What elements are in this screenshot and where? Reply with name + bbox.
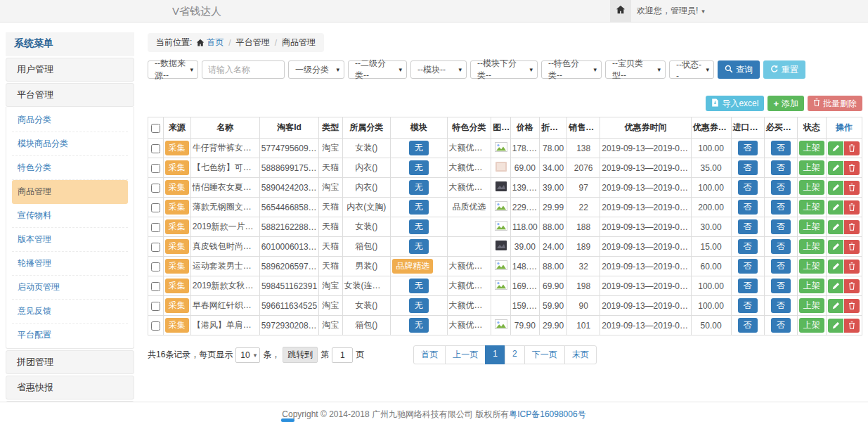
- home-button[interactable]: [610, 0, 631, 22]
- sidebar-group-2[interactable]: 拼团管理: [6, 350, 134, 374]
- must-buy-toggle[interactable]: 否: [771, 239, 791, 254]
- sidebar-item-6[interactable]: 轮播管理: [12, 252, 128, 276]
- status-button[interactable]: 上架: [799, 219, 824, 234]
- status-button[interactable]: 上架: [799, 298, 824, 313]
- row-checkbox[interactable]: [151, 262, 160, 271]
- import-optional-toggle[interactable]: 否: [738, 160, 758, 175]
- module-badge[interactable]: 无: [409, 200, 429, 215]
- edit-button[interactable]: [828, 220, 843, 234]
- sidebar-item-9[interactable]: 平台配置: [12, 324, 128, 347]
- filter-item-type-select[interactable]: --宝贝类型--▾: [605, 60, 666, 79]
- page-button-1[interactable]: 上一页: [445, 345, 486, 364]
- row-checkbox[interactable]: [151, 243, 160, 252]
- filter-module-sub-category-select[interactable]: --模块下分类--▾: [470, 60, 538, 79]
- row-checkbox[interactable]: [151, 144, 160, 153]
- delete-button[interactable]: [844, 279, 860, 293]
- module-badge[interactable]: 无: [409, 219, 429, 234]
- edit-button[interactable]: [828, 200, 843, 215]
- sidebar-item-3[interactable]: 商品管理: [12, 180, 128, 204]
- row-checkbox[interactable]: [151, 282, 160, 291]
- sidebar-group-0[interactable]: 用户管理: [6, 58, 134, 82]
- delete-button[interactable]: [844, 220, 860, 234]
- edit-button[interactable]: [828, 279, 843, 293]
- status-button[interactable]: 上架: [799, 200, 824, 215]
- select-all-checkbox[interactable]: [151, 124, 160, 133]
- row-checkbox[interactable]: [151, 223, 160, 232]
- import-optional-toggle[interactable]: 否: [738, 180, 758, 195]
- delete-button[interactable]: [844, 141, 860, 155]
- import-optional-toggle[interactable]: 否: [738, 200, 758, 215]
- edit-button[interactable]: [828, 161, 843, 175]
- page-button-0[interactable]: 首页: [413, 345, 446, 364]
- status-button[interactable]: 上架: [799, 318, 824, 333]
- must-buy-toggle[interactable]: 否: [771, 219, 791, 234]
- status-button[interactable]: 上架: [799, 160, 824, 175]
- edit-button[interactable]: [828, 299, 843, 313]
- sidebar-group-1[interactable]: 平台管理: [6, 83, 134, 107]
- status-button[interactable]: 上架: [799, 259, 824, 274]
- sidebar-group-3[interactable]: 省惠快报: [6, 376, 134, 399]
- sidebar-item-2[interactable]: 特色分类: [12, 156, 128, 180]
- delete-button[interactable]: [844, 260, 860, 274]
- edit-button[interactable]: [828, 319, 843, 333]
- filter-level2-category-select[interactable]: --二级分类--▾: [348, 60, 407, 79]
- reset-button[interactable]: 重置: [763, 60, 805, 79]
- status-button[interactable]: 上架: [799, 141, 824, 155]
- filter-name-input[interactable]: [202, 60, 285, 79]
- add-button[interactable]: + 添加: [767, 96, 804, 111]
- per-page-select[interactable]: 10 ▾: [235, 347, 260, 363]
- row-checkbox[interactable]: [151, 321, 160, 331]
- status-button[interactable]: 上架: [799, 279, 824, 293]
- page-button-5[interactable]: 末页: [564, 345, 597, 364]
- module-badge[interactable]: 无: [409, 180, 429, 195]
- import-optional-toggle[interactable]: 否: [738, 279, 758, 293]
- must-buy-toggle[interactable]: 否: [771, 141, 791, 155]
- must-buy-toggle[interactable]: 否: [771, 160, 791, 175]
- module-badge[interactable]: 无: [409, 298, 429, 313]
- sidebar-item-5[interactable]: 版本管理: [12, 228, 128, 252]
- module-badge[interactable]: 无: [409, 239, 429, 254]
- module-badge[interactable]: 无: [409, 160, 429, 175]
- delete-button[interactable]: [844, 200, 860, 215]
- module-badge[interactable]: 无: [409, 141, 429, 155]
- batch-delete-button[interactable]: 批量删除: [808, 96, 862, 111]
- sidebar-item-4[interactable]: 宣传物料: [12, 204, 128, 228]
- status-button[interactable]: 上架: [799, 239, 824, 254]
- row-checkbox[interactable]: [151, 184, 160, 193]
- delete-button[interactable]: [844, 319, 860, 333]
- import-excel-button[interactable]: 导入excel: [706, 96, 764, 111]
- search-button[interactable]: 查询: [718, 60, 760, 79]
- edit-button[interactable]: [828, 141, 843, 155]
- filter-module-select[interactable]: --模块--▾: [410, 60, 467, 79]
- delete-button[interactable]: [844, 181, 860, 195]
- delete-button[interactable]: [844, 299, 860, 313]
- import-optional-toggle[interactable]: 否: [738, 318, 758, 333]
- module-badge[interactable]: 无: [409, 318, 429, 333]
- page-button-4[interactable]: 下一页: [524, 345, 565, 364]
- import-optional-toggle[interactable]: 否: [738, 298, 758, 313]
- page-button-3[interactable]: 2: [505, 345, 525, 364]
- must-buy-toggle[interactable]: 否: [771, 200, 791, 215]
- sidebar-item-7[interactable]: 启动页管理: [12, 276, 128, 300]
- sidebar-item-1[interactable]: 模块商品分类: [12, 132, 128, 156]
- filter-feature-category-select[interactable]: --特色分类--▾: [541, 60, 602, 79]
- sidebar-item-8[interactable]: 意见反馈: [12, 300, 128, 324]
- must-buy-toggle[interactable]: 否: [771, 279, 791, 293]
- row-checkbox[interactable]: [151, 164, 160, 173]
- user-menu[interactable]: 欢迎您，管理员! ▾: [637, 0, 705, 22]
- must-buy-toggle[interactable]: 否: [771, 259, 791, 274]
- icp-link[interactable]: 粤ICP备16098006号: [509, 409, 585, 419]
- jump-button[interactable]: 跳转到: [283, 347, 318, 363]
- import-optional-toggle[interactable]: 否: [738, 239, 758, 254]
- edit-button[interactable]: [828, 260, 843, 274]
- filter-data-source-select[interactable]: --数据来源--▾: [148, 60, 198, 79]
- edit-button[interactable]: [828, 240, 843, 254]
- import-optional-toggle[interactable]: 否: [738, 259, 758, 274]
- must-buy-toggle[interactable]: 否: [771, 318, 791, 333]
- delete-button[interactable]: [844, 240, 860, 254]
- page-button-active[interactable]: 1: [485, 345, 505, 364]
- page-number-input[interactable]: [332, 347, 353, 363]
- delete-button[interactable]: [844, 161, 860, 175]
- breadcrumb-home-link[interactable]: 首页: [207, 37, 224, 49]
- import-optional-toggle[interactable]: 否: [738, 219, 758, 234]
